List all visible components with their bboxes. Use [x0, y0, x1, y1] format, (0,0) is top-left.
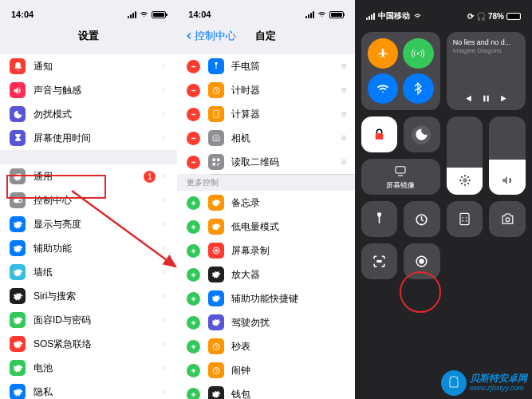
control-row[interactable]: 计时器 ≡: [177, 78, 354, 102]
camera-button[interactable]: [489, 201, 526, 237]
next-icon[interactable]: [499, 93, 510, 104]
control-row[interactable]: 读取二维码 ≡: [177, 150, 354, 174]
drag-handle-icon[interactable]: ≡: [341, 132, 345, 144]
badge: 1: [144, 171, 156, 183]
settings-row[interactable]: 显示与亮度: [0, 212, 177, 236]
chevron-icon: [160, 61, 167, 72]
do-not-disturb-button[interactable]: [404, 117, 440, 152]
remove-button[interactable]: [187, 156, 200, 169]
settings-row[interactable]: 屏幕使用时间: [0, 126, 177, 150]
lowpower-icon: [208, 219, 224, 235]
add-button[interactable]: [187, 388, 200, 400]
aa-icon: [10, 216, 26, 232]
wifi-button[interactable]: [368, 73, 399, 104]
play-icon[interactable]: [481, 93, 491, 104]
settings-row[interactable]: 面容ID与密码: [0, 308, 177, 332]
row-label: 声音与触感: [33, 84, 160, 97]
chevron-icon: [160, 267, 167, 278]
add-button[interactable]: [187, 268, 200, 282]
settings-row[interactable]: Siri与搜索: [0, 284, 177, 308]
back-button[interactable]: 控制中心: [183, 29, 236, 43]
rotation-lock-button[interactable]: [361, 117, 398, 152]
drag-handle-icon[interactable]: ≡: [341, 109, 345, 120]
settings-row[interactable]: 墙纸: [0, 260, 177, 284]
brightness-slider[interactable]: [447, 117, 483, 195]
control-row[interactable]: 手电筒 ≡: [177, 54, 354, 78]
flashlight-button[interactable]: [361, 201, 398, 237]
cellular-button[interactable]: [403, 38, 434, 69]
access-icon: [208, 290, 224, 306]
screenshot-control-center-panel: 中国移动 ⟳🎧78% No lies and no d... Imagine D…: [355, 0, 532, 399]
add-button[interactable]: [187, 364, 200, 377]
drag-handle-icon[interactable]: ≡: [341, 156, 345, 168]
remove-button[interactable]: [187, 84, 200, 97]
sos-icon: [10, 336, 26, 352]
remove-button[interactable]: [187, 132, 200, 145]
settings-row[interactable]: 辅助功能: [0, 236, 177, 260]
control-row[interactable]: 闹钟: [177, 358, 354, 382]
screen-record-button[interactable]: [404, 243, 440, 279]
control-row[interactable]: 备忘录: [177, 191, 354, 215]
drag-handle-icon[interactable]: ≡: [341, 85, 345, 96]
control-row[interactable]: 屏幕录制: [177, 239, 354, 263]
row-label: 手电筒: [231, 60, 341, 73]
settings-row[interactable]: 控制中心: [0, 188, 177, 212]
settings-row[interactable]: 通知: [0, 54, 177, 78]
control-row[interactable]: 秒表: [177, 334, 354, 358]
add-button[interactable]: [187, 292, 200, 306]
timer-button[interactable]: [404, 201, 440, 237]
signal-icon: [366, 13, 375, 20]
row-label: 辅助功能: [33, 242, 160, 255]
settings-row[interactable]: 声音与触感: [0, 78, 177, 102]
volume-slider[interactable]: [489, 117, 526, 195]
control-row[interactable]: 计算器 ≡: [177, 102, 354, 126]
add-button[interactable]: [187, 196, 200, 210]
row-label: 驾驶勿扰: [231, 316, 345, 330]
add-button[interactable]: [187, 220, 200, 234]
settings-row[interactable]: 电池: [0, 356, 177, 380]
add-button[interactable]: [187, 340, 200, 354]
row-label: Siri与搜索: [33, 290, 160, 303]
row-label: 电池: [33, 361, 160, 375]
control-row[interactable]: 辅助功能快捷键: [177, 286, 354, 310]
screen-mirroring-button[interactable]: 屏幕镜像: [361, 159, 440, 195]
magnify-icon: [208, 267, 224, 282]
add-button[interactable]: [187, 316, 200, 330]
calculator-button[interactable]: [447, 201, 483, 237]
settings-row[interactable]: 隐私: [0, 380, 177, 399]
settings-row[interactable]: 通用 1: [0, 164, 177, 188]
control-row[interactable]: 低电量模式: [177, 215, 354, 239]
navbar: 控制中心 自定: [177, 24, 354, 48]
gear-icon: [10, 168, 26, 184]
control-row[interactable]: 驾驶勿扰: [177, 310, 354, 334]
connectivity-tile[interactable]: [361, 32, 440, 110]
qr-scan-button[interactable]: [361, 243, 398, 279]
control-row[interactable]: 相机 ≡: [177, 126, 354, 150]
prev-icon[interactable]: [463, 93, 473, 104]
wifi-icon: [139, 10, 149, 18]
status-bar: 中国移动 ⟳🎧78%: [355, 0, 532, 24]
rotation-lock-icon: ⟳: [467, 12, 474, 21]
row-label: 低电量模式: [231, 220, 345, 234]
add-button[interactable]: [187, 244, 200, 258]
settings-row[interactable]: 勿扰模式: [0, 102, 177, 126]
row-label: 放大器: [231, 268, 345, 282]
control-row[interactable]: 钱包: [177, 382, 354, 399]
settings-row[interactable]: SOS紧急联络: [0, 332, 177, 356]
chevron-icon: [160, 195, 167, 206]
remove-button[interactable]: [187, 60, 200, 73]
control-row[interactable]: 放大器: [177, 263, 354, 286]
torch-icon: [208, 58, 224, 74]
status-bar: 14:04: [177, 0, 354, 24]
music-tile[interactable]: No lies and no d... Imagine Dragons: [447, 32, 526, 110]
chevron-icon: [160, 314, 167, 326]
bluetooth-button[interactable]: [403, 73, 434, 104]
drag-handle-icon[interactable]: ≡: [341, 61, 345, 72]
row-label: 辅助功能快捷键: [231, 292, 345, 306]
chevron-icon: [160, 338, 167, 350]
wallpaper-icon: [10, 264, 26, 280]
airplane-button[interactable]: [368, 38, 399, 69]
stopwatch-icon: [208, 338, 224, 354]
watermark-icon: [441, 370, 467, 396]
remove-button[interactable]: [187, 108, 200, 121]
